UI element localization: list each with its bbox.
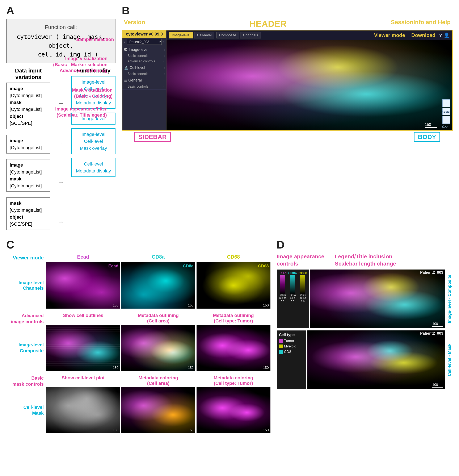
annotation-image-appearance: Image appearance/filter(Scalebar, Title/… (55, 106, 107, 118)
sidebar-section-image-level: 🖼 Image-level ‹ Basic controls ‹ Advance… (122, 46, 166, 64)
cd8a-thumb: CD8a 150 (121, 262, 195, 309)
next-sample-button[interactable]: › (163, 39, 166, 44)
c-cd8a-cell: CD8a 150 (121, 262, 195, 309)
tab-composite[interactable]: Composite (217, 32, 239, 38)
c-adv-label-row: Advancedimage controls Show cell outline… (6, 313, 270, 325)
data-row-1-text: image [CytoImageList]mask [CytoImageList… (10, 86, 42, 126)
d-ecad-colorbar: Ecad 325.5 162 (279, 272, 287, 303)
general-basic-controls-label: Basic controls (127, 85, 149, 88)
svg-rect-2 (300, 275, 305, 294)
c-mask-images-label: Cell-levelMask (6, 387, 46, 433)
b-body-label: BODY (414, 132, 440, 142)
section-c: C Viewer mode Ecad CD8a CD68 Image-level… (6, 238, 270, 433)
image-level-channels-text: Image-levelChannels (18, 280, 44, 291)
sidebar-section-cell-level-header[interactable]: 🔬 Cell-level ‹ (122, 64, 166, 71)
download-label[interactable]: Download (411, 32, 435, 38)
svg-rect-1 (290, 275, 295, 294)
sidebar-basic-controls-image[interactable]: Basic controls ‹ (122, 53, 166, 59)
d-colorbar-group: Ecad 325.5 162 (279, 272, 307, 303)
show-cell-level-plot-label: Show cell-level plot (62, 375, 105, 380)
cd8a-colorbar-label: CD8a (288, 272, 297, 275)
meta-coloring-area-label: Metadata coloring(Cell area) (139, 375, 178, 386)
c-grid-wrapper: Viewer mode Ecad CD8a CD68 Image-levelCh… (6, 253, 270, 433)
tab-channels[interactable]: Channels (240, 32, 261, 38)
data-variations-header: Data input variations (6, 68, 50, 80)
general-label: General (128, 78, 142, 83)
scale-bar-value: 150 (425, 122, 431, 127)
tab-cell-level[interactable]: Cell-level (194, 32, 214, 38)
cd68-min: 0.0 (301, 300, 305, 303)
show-cell-outlines-label: Show cell outlines (63, 313, 103, 318)
cd68-colorbar-svg (300, 275, 305, 294)
d-cell-type-legend: Cell type Tumor Myeloid CD8 (277, 331, 306, 389)
ecad-mid: 162.75 (279, 297, 286, 300)
user-icon[interactable]: 👤 (444, 33, 450, 38)
sample-selection-bar[interactable]: ‹ Patient2_003 › (122, 38, 166, 46)
myeloid-legend-label: Myeloid (284, 344, 296, 348)
data-row-4-text: mask [CytoImageList]object [SCE/SPE] (10, 201, 42, 227)
zoom-minus-button[interactable]: − (442, 116, 450, 124)
c-channel-headers: Ecad CD8a CD68 (46, 253, 270, 261)
mask-bw-thumb: 150 (46, 387, 120, 433)
d-title-row: Image appearancecontrols Legend/Title in… (277, 253, 453, 267)
cd8a-header: CD8a (121, 253, 195, 261)
d-tumor-legend-item: Tumor (279, 339, 304, 343)
data-row-1: image [CytoImageList]mask [CytoImageList… (6, 83, 50, 129)
tumor-color-swatch (279, 339, 283, 343)
sidebar-basic-controls-general[interactable]: Basic controls ‹ (122, 84, 166, 89)
b-header-label: HEADER (250, 19, 287, 29)
section-d: D Image appearancecontrols Legend/Title … (277, 238, 453, 389)
cd8a-mid: 66.5 (290, 297, 295, 300)
zoom-plus-button[interactable]: + (442, 99, 450, 107)
c-meta-coloring-area-label-cell: Metadata coloring(Cell area) (121, 375, 195, 387)
c-outlined-cell: 150 (46, 325, 120, 371)
c-mask-row: Cell-levelMask 150 150 (6, 387, 270, 433)
d-controls-label: Image appearancecontrols (277, 253, 325, 267)
prev-sample-button[interactable]: ‹ (123, 39, 126, 44)
b-version-label: Version (124, 19, 145, 29)
viewer-mode-label: Viewer mode (374, 32, 405, 38)
cd8a-channel-label: CD8a (183, 264, 194, 268)
c-spacer-1 (6, 309, 270, 313)
version-bar: cytoviewer v0.99.0 (122, 30, 166, 38)
d-composite-side-label: Image-level - Composite (446, 270, 453, 328)
viewer-sidebar: Sample selection Image visualization(Bas… (122, 30, 167, 130)
arrow-1: → (58, 100, 64, 107)
basic-controls-label: Basic controls (127, 54, 149, 58)
sidebar-basic-controls-cell[interactable]: Basic controls ‹ (122, 71, 166, 77)
d-cd8a-colorbar: CD8a 133.0 66. (288, 272, 297, 303)
d-mask-image-block: Patient2_003 100 (307, 331, 445, 389)
data-row-2: image [CytoImageList] (6, 135, 50, 153)
sidebar-section-general-header[interactable]: ☰ General ‹ (122, 77, 166, 84)
data-row-4: mask [CytoImageList]object [SCE/SPE] (6, 197, 50, 230)
tab-image-level[interactable]: Image-level (169, 32, 193, 38)
help-icon[interactable]: ? (439, 33, 442, 38)
scale-bar-line (425, 127, 437, 128)
c-mask-tumor-cell: 150 (197, 387, 270, 433)
c-header-spacer: Viewer mode (6, 255, 46, 261)
d-cell-type-title: Cell type (279, 333, 304, 337)
func-row-4: Cell-levelMetadata display (71, 158, 116, 177)
c-meta-coloring-tumor-label-cell: Metadata coloring(Cell type: Tumor) (197, 375, 270, 387)
sample-dropdown[interactable]: Patient2_003 (127, 39, 162, 45)
viewer-frame: Sample selection Image visualization(Bas… (122, 30, 453, 131)
c-mask-label-cells: Show cell-level plot Metadata coloring(C… (46, 375, 270, 387)
cd68-thumb-img (197, 262, 270, 309)
general-icon: ☰ (124, 78, 127, 82)
meta-area-thumb-img (121, 325, 195, 371)
ecad-colorbar-svg (280, 275, 285, 294)
mask-bw-scale: 150 (113, 428, 118, 432)
data-row-3-text: image [CytoImageList]mask [CytoImageList… (10, 162, 42, 188)
image-level-composite-label: Image-levelComposite (18, 342, 44, 354)
sidebar-section-image-level-header[interactable]: 🖼 Image-level ‹ (122, 46, 166, 53)
cell-level-chevron: ‹ (164, 66, 165, 69)
zoom-reset-button[interactable]: RESET (442, 108, 450, 115)
outlined-thumb: 150 (46, 325, 120, 371)
c-meta-area-cell: 150 (121, 325, 195, 371)
annotation-image-viz: Image visualization(Basic - Marker selec… (53, 56, 108, 74)
sidebar-advanced-controls-image[interactable]: Advanced controls ‹ (122, 59, 166, 64)
mask-tumor-thumb: 150 (197, 387, 270, 433)
viewer-tabs-row2: Composite Channels (217, 32, 261, 38)
section-c-label: C (6, 238, 270, 251)
ecad-colorbar-label: Ecad (279, 272, 287, 275)
